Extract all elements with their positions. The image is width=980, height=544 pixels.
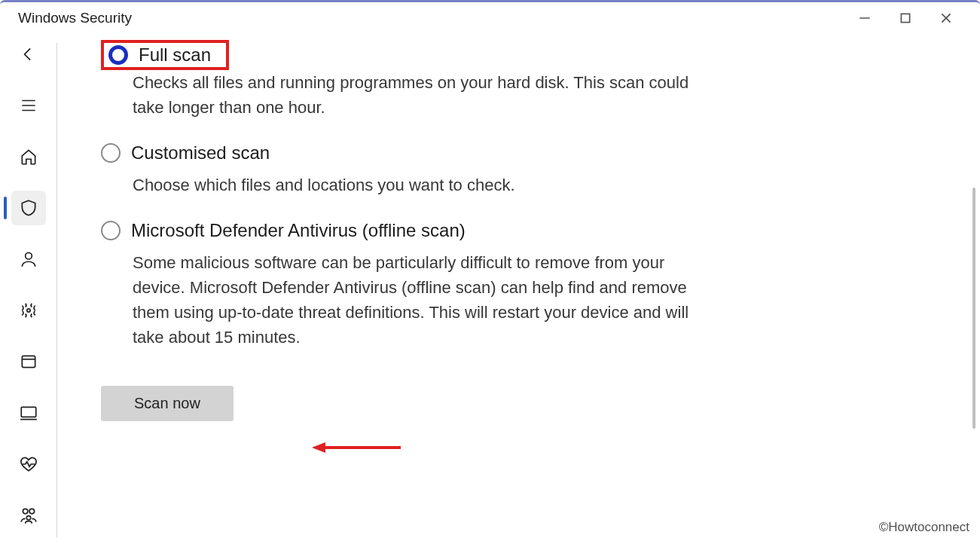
scrollbar[interactable] — [972, 188, 975, 429]
maximize-button[interactable] — [899, 11, 912, 25]
sidebar-item-family[interactable] — [11, 498, 46, 533]
radio-offline-scan[interactable] — [101, 221, 121, 240]
minimize-icon — [858, 11, 872, 25]
sidebar-item-back[interactable] — [11, 37, 46, 72]
sidebar-item-device-security[interactable] — [11, 396, 46, 430]
svg-point-15 — [26, 516, 30, 520]
home-icon — [19, 147, 38, 167]
device-security-icon — [19, 403, 38, 423]
shield-icon — [19, 198, 38, 218]
annotation-highlight-full-scan: Full scan — [101, 40, 229, 70]
option-full-scan-label: Full scan — [139, 44, 211, 66]
watermark: ©Howtoconnect — [879, 520, 969, 535]
close-button[interactable] — [939, 11, 953, 25]
title-bar: Windows Security — [0, 2, 980, 34]
content-area: Full scan Checks all files and running p… — [57, 34, 980, 544]
option-custom-scan-label: Customised scan — [131, 142, 270, 164]
option-offline-scan-label: Microsoft Defender Antivirus (offline sc… — [131, 220, 466, 241]
annotation-arrow-icon — [312, 441, 402, 454]
account-icon — [19, 249, 38, 269]
svg-point-13 — [23, 509, 28, 514]
sidebar — [0, 34, 57, 544]
sidebar-item-home[interactable] — [11, 139, 46, 174]
svg-point-14 — [29, 509, 35, 514]
window-title: Windows Security — [18, 10, 132, 26]
radio-full-scan[interactable] — [108, 45, 128, 65]
radio-custom-scan[interactable] — [101, 143, 121, 163]
heart-pulse-icon — [19, 454, 38, 474]
svg-marker-17 — [312, 442, 325, 453]
maximize-icon — [899, 11, 912, 25]
svg-rect-1 — [901, 14, 909, 22]
window-controls — [858, 11, 971, 25]
hamburger-icon — [19, 96, 38, 115]
family-icon — [19, 506, 38, 525]
sidebar-item-account-protection[interactable] — [11, 242, 46, 277]
option-full-scan: Full scan Checks all files and running p… — [101, 40, 696, 120]
app-browser-icon — [19, 352, 38, 371]
option-offline-scan: Microsoft Defender Antivirus (offline sc… — [101, 220, 696, 350]
svg-rect-9 — [22, 356, 35, 367]
sidebar-item-virus-protection[interactable] — [11, 191, 46, 225]
option-full-scan-desc: Checks all files and running programmes … — [133, 70, 696, 120]
sidebar-item-app-browser[interactable] — [11, 344, 46, 379]
firewall-icon — [19, 301, 38, 320]
sidebar-item-device-performance[interactable] — [11, 447, 46, 481]
sidebar-item-firewall[interactable] — [11, 293, 46, 328]
minimize-button[interactable] — [858, 11, 872, 25]
back-arrow-icon — [19, 44, 38, 64]
sidebar-item-menu[interactable] — [11, 88, 46, 123]
svg-point-8 — [27, 309, 30, 312]
option-offline-scan-desc: Some malicious software can be particula… — [133, 250, 696, 350]
close-icon — [939, 11, 953, 25]
option-custom-scan-desc: Choose which files and locations you wan… — [133, 173, 696, 197]
scan-now-button[interactable]: Scan now — [101, 386, 234, 421]
svg-rect-11 — [21, 407, 36, 417]
option-custom-scan: Customised scan Choose which files and l… — [101, 142, 696, 197]
svg-point-7 — [26, 252, 32, 259]
